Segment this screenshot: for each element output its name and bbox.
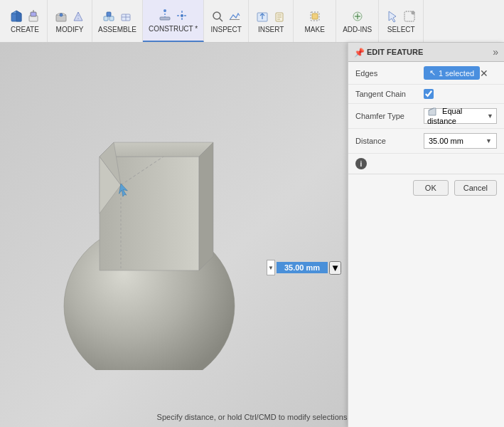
construct-label: CONSTRUCT * xyxy=(149,25,198,33)
svg-point-20 xyxy=(181,14,183,17)
3d-shape xyxy=(57,100,256,370)
distance-label: Distance xyxy=(355,137,419,145)
distance-dropdown-button[interactable]: ▼ xyxy=(329,261,341,275)
chamfer-dropdown-arrow: ▼ xyxy=(487,112,493,120)
chamfer-type-label: Chamfer Type xyxy=(355,112,419,120)
edges-row: Edges ↖ 1 selected ✕ xyxy=(348,62,504,85)
modify-label: MODIFY xyxy=(56,26,84,33)
info-icon: i xyxy=(355,158,367,169)
svg-rect-4 xyxy=(31,12,36,16)
toolbar-assemble[interactable]: ASSEMBLE xyxy=(92,0,143,42)
edges-select-button[interactable]: ↖ 1 selected xyxy=(424,66,480,80)
distance-field-value: 35.00 mm xyxy=(429,137,463,145)
toolbar: CREATE MODIFY xyxy=(0,0,504,43)
svg-point-7 xyxy=(60,14,63,16)
cursor-icon: ↖ xyxy=(429,68,436,78)
select-icons xyxy=(385,9,417,24)
tangent-chain-checkbox[interactable] xyxy=(424,89,434,99)
construct-icon2 xyxy=(174,8,190,23)
edges-label: Edges xyxy=(355,69,419,78)
chamfer-type-text: Equal distance xyxy=(427,107,487,125)
edges-count: 1 selected xyxy=(439,69,474,78)
insert-icons xyxy=(254,9,287,24)
make-label: MAKE xyxy=(305,26,325,33)
svg-line-22 xyxy=(220,19,222,21)
chamfer-type-row: Chamfer Type Equal distance ▼ xyxy=(348,104,504,129)
addins-icons xyxy=(350,9,365,24)
svg-rect-31 xyxy=(312,14,318,19)
addins-label: ADD-INS xyxy=(343,26,372,33)
create-extrude-icon xyxy=(26,9,41,24)
assemble-label: ASSEMBLE xyxy=(98,26,136,33)
panel-expand-icon[interactable]: » xyxy=(493,46,498,58)
inspect-icon1 xyxy=(210,9,225,24)
modify-icons xyxy=(53,9,86,24)
svg-marker-51 xyxy=(429,108,436,115)
distance-field[interactable]: 35.00 mm ▼ xyxy=(424,133,497,149)
toolbar-addins[interactable]: ADD-INS xyxy=(336,0,379,42)
construct-icons xyxy=(157,8,190,23)
svg-point-17 xyxy=(163,9,166,12)
distance-field-arrow: ▼ xyxy=(486,137,492,144)
toolbar-modify[interactable]: MODIFY xyxy=(48,0,92,42)
distance-bubble: ▼ ▼ xyxy=(267,260,341,275)
panel-buttons: OK Cancel xyxy=(348,174,504,201)
svg-rect-11 xyxy=(107,12,111,16)
toolbar-select[interactable]: SELECT xyxy=(379,0,424,42)
cancel-button[interactable]: Cancel xyxy=(454,180,497,196)
main-area: RIGHT Z xyxy=(0,43,504,427)
svg-rect-23 xyxy=(230,19,240,20)
pin-icon: 📌 xyxy=(354,48,363,56)
create-icons xyxy=(9,9,41,24)
create-label: CREATE xyxy=(11,26,39,33)
toolbar-insert[interactable]: INSERT xyxy=(249,0,294,42)
svg-marker-2 xyxy=(16,11,21,21)
svg-rect-15 xyxy=(160,17,170,20)
toolbar-construct[interactable]: CONSTRUCT * xyxy=(143,0,204,42)
insert-icon1 xyxy=(254,9,270,24)
create-box-icon xyxy=(9,9,24,24)
chamfer-type-dropdown[interactable]: Equal distance ▼ xyxy=(424,108,497,124)
modify-icon1 xyxy=(53,9,69,24)
construct-icon1 xyxy=(157,8,173,23)
distance-input[interactable] xyxy=(277,262,328,273)
svg-marker-44 xyxy=(100,142,213,157)
svg-point-21 xyxy=(213,12,220,19)
addins-icon1 xyxy=(350,9,365,24)
distance-value: 35.00 mm ▼ xyxy=(424,133,497,149)
edges-clear-button[interactable]: ✕ xyxy=(480,68,488,78)
panel-title: EDIT FEATURE xyxy=(367,48,488,56)
tangent-chain-value xyxy=(424,89,497,99)
inspect-label: INSPECT xyxy=(211,26,242,33)
chamfer-type-icon xyxy=(427,107,437,117)
toolbar-create[interactable]: CREATE xyxy=(3,0,48,42)
svg-marker-35 xyxy=(389,11,396,22)
svg-rect-10 xyxy=(109,16,114,21)
chamfer-type-value: Equal distance ▼ xyxy=(424,108,497,124)
svg-rect-9 xyxy=(104,16,108,21)
edges-value: ↖ 1 selected ✕ xyxy=(424,66,497,80)
ok-button[interactable]: OK xyxy=(413,180,449,196)
insert-icon2 xyxy=(272,9,287,24)
insert-label: INSERT xyxy=(258,26,284,33)
modify-icon2 xyxy=(70,9,86,24)
tangent-chain-row: Tangent Chain xyxy=(348,85,504,104)
status-text: Specify distance, or hold Ctrl/CMD to mo… xyxy=(157,413,348,421)
toolbar-inspect[interactable]: INSPECT xyxy=(204,0,249,42)
svg-rect-37 xyxy=(412,11,414,14)
toolbar-make[interactable]: MAKE xyxy=(294,0,336,42)
assemble-icon1 xyxy=(101,9,117,24)
assemble-icons xyxy=(101,9,134,24)
make-icons xyxy=(307,9,323,24)
svg-marker-45 xyxy=(199,142,213,270)
edit-feature-panel: 📌 EDIT FEATURE » Edges ↖ 1 selected ✕ Ta… xyxy=(348,43,504,427)
make-icon1 xyxy=(307,9,323,24)
select-icon1 xyxy=(385,9,400,24)
select-label: SELECT xyxy=(387,26,415,33)
dim-arrow-icon: ▼ xyxy=(267,260,275,275)
select-icon2 xyxy=(402,9,417,24)
info-row: i xyxy=(348,154,504,174)
assemble-icon2 xyxy=(118,9,134,24)
inspect-icon2 xyxy=(227,9,242,24)
tangent-chain-label: Tangent Chain xyxy=(355,90,419,98)
